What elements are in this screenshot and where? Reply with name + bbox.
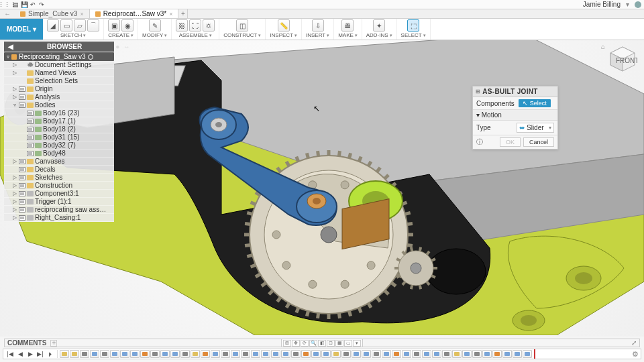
timeline-feature[interactable] xyxy=(80,350,89,358)
visibility-toggle[interactable] xyxy=(19,199,25,204)
timeline-feature[interactable] xyxy=(70,350,79,358)
ribbon-tool-icon[interactable]: ⇩ xyxy=(312,19,324,32)
timeline-feature[interactable] xyxy=(100,350,109,358)
timeline-feature[interactable] xyxy=(150,350,160,358)
ribbon-group-label[interactable]: MODIFY xyxy=(142,32,167,38)
browser-node[interactable]: Body16 (23) xyxy=(4,109,114,117)
viewport-tool-icon[interactable]: 🔍 xyxy=(309,340,317,347)
timeline-feature[interactable] xyxy=(492,350,502,358)
close-icon[interactable]: × xyxy=(80,11,83,17)
timeline-control-button[interactable]: ◀ xyxy=(15,350,25,358)
timeline-feature[interactable] xyxy=(90,350,99,358)
expand-comments-icon[interactable]: ⤢ xyxy=(631,339,637,347)
viewport-tool-icon[interactable]: ▾ xyxy=(353,340,361,347)
workspace-switcher[interactable]: MODEL▾ xyxy=(0,19,43,40)
timeline-feature[interactable] xyxy=(160,350,170,358)
browser-root[interactable]: ▿Reciprocating_Saw v3 xyxy=(4,52,114,61)
timeline-feature[interactable] xyxy=(362,350,371,358)
ribbon-tool-icon[interactable]: ◉ xyxy=(121,19,133,32)
visibility-toggle[interactable] xyxy=(19,191,25,196)
timeline-marker[interactable] xyxy=(534,349,535,359)
ribbon-tool-icon[interactable]: ⌒ xyxy=(87,19,99,32)
viewport-tool-icon[interactable]: ◧ xyxy=(318,340,326,347)
browser-node[interactable]: ▷Construction xyxy=(4,182,114,190)
visibility-toggle[interactable] xyxy=(19,207,25,213)
timeline-feature[interactable] xyxy=(180,350,190,358)
timeline-feature[interactable] xyxy=(110,350,119,358)
browser-node[interactable]: ▿Bodies xyxy=(4,101,114,109)
timeline-feature[interactable] xyxy=(60,350,69,358)
tab-reciprocating-saw[interactable]: Reciprocat…Saw v3* × xyxy=(90,9,179,18)
ribbon-tool-icon[interactable]: ⛭ xyxy=(203,19,215,32)
viewport-tool-icon[interactable]: ⟳ xyxy=(301,340,309,347)
viewport-tool-icon[interactable]: ⊞ xyxy=(283,340,291,347)
browser-node[interactable]: ▷Canvases xyxy=(4,158,114,166)
browser-node[interactable]: ▷Right_Casing:1 xyxy=(4,214,114,222)
ribbon-group-label[interactable]: ADD-INS xyxy=(366,32,392,38)
timeline-feature[interactable] xyxy=(442,350,451,358)
browser-node[interactable]: Selection Sets xyxy=(4,77,114,85)
visibility-toggle[interactable] xyxy=(27,111,34,116)
visibility-toggle[interactable] xyxy=(19,167,25,172)
browser-node[interactable]: Body48 xyxy=(4,149,114,158)
browser-node[interactable]: Body17 (1) xyxy=(4,117,114,125)
visibility-toggle[interactable] xyxy=(19,215,25,221)
timeline-feature[interactable] xyxy=(321,350,331,358)
timeline-feature[interactable] xyxy=(281,350,290,358)
apps-grid-icon[interactable]: ⋮⋮⋮ xyxy=(3,1,11,9)
timeline-feature[interactable] xyxy=(392,350,401,358)
ribbon-group-label[interactable]: SELECT xyxy=(401,32,426,38)
timeline-feature[interactable] xyxy=(251,350,260,358)
ribbon-tool-icon[interactable]: ⬚ xyxy=(407,19,419,32)
timeline-feature[interactable] xyxy=(382,350,391,358)
visibility-toggle[interactable] xyxy=(19,103,25,108)
timeline-feature[interactable] xyxy=(402,350,411,358)
visibility-toggle[interactable] xyxy=(19,175,25,180)
ribbon-tool-icon[interactable]: ⛶ xyxy=(189,19,201,32)
redo-icon[interactable]: ↷ xyxy=(38,1,46,9)
timeline-feature[interactable] xyxy=(191,350,200,358)
timeline-feature[interactable] xyxy=(472,350,482,358)
visibility-toggle[interactable] xyxy=(19,159,25,164)
visibility-toggle[interactable] xyxy=(27,135,34,140)
ribbon-group-label[interactable]: ASSEMBLE xyxy=(179,32,212,38)
cancel-button[interactable]: Cancel xyxy=(523,137,554,147)
timeline-control-button[interactable]: ⏵ xyxy=(46,350,55,358)
ribbon-tool-icon[interactable]: ▣ xyxy=(108,19,120,32)
help-icon[interactable] xyxy=(635,1,641,8)
timeline-feature[interactable] xyxy=(140,350,150,358)
viewport-tool-icon[interactable]: ⊡ xyxy=(327,340,335,347)
visibility-toggle[interactable] xyxy=(19,183,25,188)
viewport-tool-icon[interactable]: ▭ xyxy=(344,340,352,347)
timeline-feature[interactable] xyxy=(412,350,421,358)
ribbon-group-label[interactable]: INSERT xyxy=(306,32,329,38)
close-icon[interactable]: × xyxy=(169,11,172,17)
timeline-feature[interactable] xyxy=(211,350,220,358)
ribbon-group-label[interactable]: CREATE xyxy=(108,32,133,38)
timeline-feature[interactable] xyxy=(513,350,522,358)
user-menu-chevron-icon[interactable]: ▾ xyxy=(626,1,629,8)
info-icon[interactable]: ⓘ xyxy=(476,137,483,147)
visibility-toggle[interactable] xyxy=(27,119,34,124)
timeline-feature[interactable] xyxy=(120,350,129,358)
ribbon-group-label[interactable]: INSPECT xyxy=(270,32,297,38)
ribbon-group-label[interactable]: SKETCH xyxy=(60,32,86,38)
save-icon[interactable]: 💾 xyxy=(20,1,28,9)
browser-node[interactable]: ▷reciprocating saw assembly gut... xyxy=(4,206,114,214)
timeline-settings-icon[interactable]: ⚙ xyxy=(632,350,639,359)
browser-node[interactable]: Body32 (7) xyxy=(4,141,114,149)
visibility-toggle[interactable] xyxy=(27,127,34,132)
ribbon-tool-icon[interactable]: ◢ xyxy=(47,19,59,32)
ribbon-group-label[interactable]: CONSTRUCT xyxy=(223,32,261,38)
timeline-feature[interactable] xyxy=(221,350,230,358)
browser-node[interactable]: ▷Analysis xyxy=(4,93,114,101)
timeline-feature[interactable] xyxy=(331,350,341,358)
browser-node[interactable]: ▷Sketches xyxy=(4,174,114,182)
timeline-feature[interactable] xyxy=(523,350,532,358)
browser-node[interactable]: ▷Named Views xyxy=(4,69,114,77)
visibility-toggle[interactable] xyxy=(19,86,25,92)
timeline-feature[interactable] xyxy=(452,350,462,358)
browser-node[interactable]: ▷Document Settings xyxy=(4,61,114,69)
browser-node[interactable]: Body18 (2) xyxy=(4,125,114,133)
ribbon-group-label[interactable]: MAKE xyxy=(338,32,358,38)
